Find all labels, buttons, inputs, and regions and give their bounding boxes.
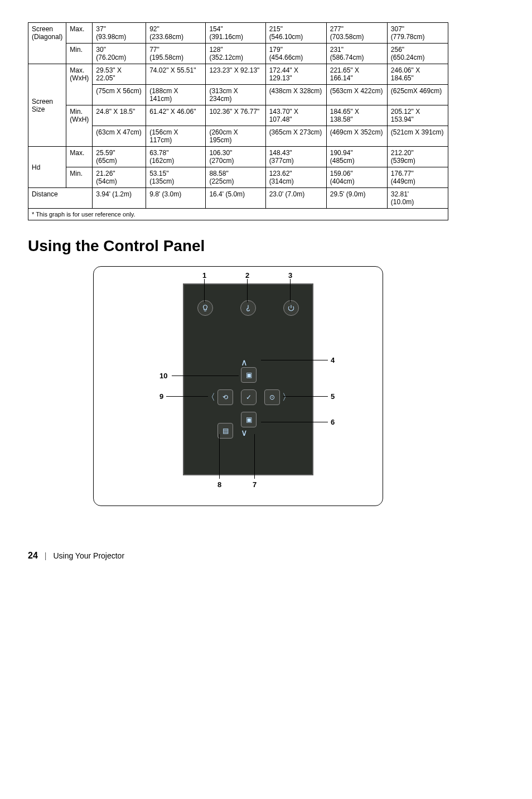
callout-3: 3 bbox=[288, 271, 292, 280]
table-row: Distance 3.94' (1.2m) 9.8' (3.0m) 16.4' … bbox=[28, 188, 448, 209]
table-footnote-row: * This graph is for user reference only. bbox=[28, 209, 448, 220]
cell: (188cm X 141cm) bbox=[146, 85, 206, 105]
callout-7: 7 bbox=[253, 480, 257, 489]
cell: (260cm X 195cm) bbox=[206, 126, 265, 147]
cell: Max. (WxH) bbox=[66, 64, 93, 105]
menu-icon: ▤ bbox=[217, 423, 233, 439]
callout-1: 1 bbox=[202, 271, 206, 280]
table-row: Screen Size Max. (WxH) 29.53" X 22.05" 7… bbox=[28, 64, 448, 85]
cell: 77" (195.58cm) bbox=[146, 44, 206, 64]
cell: 74.02" X 55.51" bbox=[146, 64, 206, 85]
section-heading: Using the Control Panel bbox=[28, 237, 448, 255]
cell: 128" (352.12cm) bbox=[206, 44, 265, 64]
cell: 231" (586.74cm) bbox=[326, 44, 387, 64]
spec-table: Screen (Diagonal) Max. 37" (93.98cm) 92"… bbox=[28, 22, 448, 220]
cell: (63cm X 47cm) bbox=[93, 126, 146, 147]
cell: 106.30" (270cm) bbox=[206, 147, 265, 167]
table-row: Min. 21.26" (54cm) 53.15" (135cm) 88.58"… bbox=[28, 167, 448, 188]
cell: 159.06" (404cm) bbox=[326, 167, 387, 188]
lamp-icon bbox=[197, 300, 213, 316]
table-row: Min. 30" (76.20cm) 77" (195.58cm) 128" (… bbox=[28, 44, 448, 64]
cell: 29.53" X 22.05" bbox=[93, 64, 146, 85]
cell: 143.70" X 107.48" bbox=[265, 105, 326, 126]
cell: 179" (454.66cm) bbox=[265, 44, 326, 64]
cell: 176.77" (449cm) bbox=[387, 167, 448, 188]
cell: 21.26" (54cm) bbox=[93, 167, 146, 188]
cell: 123.23" X 92.13" bbox=[206, 64, 265, 85]
callout-5: 5 bbox=[331, 392, 335, 401]
table-row: Screen (Diagonal) Max. 37" (93.98cm) 92"… bbox=[28, 23, 448, 44]
cell: 61.42" X 46.06" bbox=[146, 105, 206, 126]
callout-2: 2 bbox=[245, 271, 249, 280]
callout-10: 10 bbox=[159, 372, 167, 380]
callout-9: 9 bbox=[159, 392, 163, 401]
auto-adjust-icon: ⊙ bbox=[264, 389, 280, 405]
cell: (469cm X 352cm) bbox=[326, 126, 387, 147]
row-header-distance: Distance bbox=[28, 188, 93, 209]
cell: (156cm X 117cm) bbox=[146, 126, 206, 147]
cell: 25.59" (65cm) bbox=[93, 147, 146, 167]
cell: 37" (93.98cm) bbox=[93, 23, 146, 44]
cell: Max. bbox=[66, 147, 93, 167]
cell: (75cm X 56cm) bbox=[93, 85, 146, 105]
right-arrow-icon: 〉 bbox=[282, 392, 291, 403]
cell: (313cm X 234cm) bbox=[206, 85, 265, 105]
cell: 154" (391.16cm) bbox=[206, 23, 265, 44]
cell: 16.4' (5.0m) bbox=[206, 188, 265, 209]
cell: 277" (703.58cm) bbox=[326, 23, 387, 44]
table-row: Hd Max. 25.59" (65cm) 63.78" (162cm) 106… bbox=[28, 147, 448, 167]
cell: 246.06" X 184.65" bbox=[387, 64, 448, 85]
source-icon: ⟲ bbox=[217, 389, 233, 405]
table-row: Min. (WxH) 24.8" X 18.5" 61.42" X 46.06"… bbox=[28, 105, 448, 126]
footer-separator: | bbox=[45, 551, 47, 560]
cell: 215" (546.10cm) bbox=[265, 23, 326, 44]
cell: 256" (650.24cm) bbox=[387, 44, 448, 64]
cell: (365cm X 273cm) bbox=[265, 126, 326, 147]
cell: 184.65" X 138.58" bbox=[326, 105, 387, 126]
page-number: 24 bbox=[28, 551, 38, 561]
cell: 88.58" (225cm) bbox=[206, 167, 265, 188]
cell: Min. bbox=[66, 44, 93, 64]
cell: Min. bbox=[66, 167, 93, 188]
callout-4: 4 bbox=[331, 356, 335, 364]
cell: (563cm X 422cm) bbox=[326, 85, 387, 105]
cell: 172.44" X 129.13" bbox=[265, 64, 326, 85]
cell: 53.15" (135cm) bbox=[146, 167, 206, 188]
cell: 212.20" (539cm) bbox=[387, 147, 448, 167]
cell: 3.94' (1.2m) bbox=[93, 188, 146, 209]
up-arrow-icon: ∧ bbox=[241, 357, 248, 368]
table-footnote: * This graph is for user reference only. bbox=[28, 209, 448, 220]
cell: (521cm X 391cm) bbox=[387, 126, 448, 147]
cell: 205.12" X 153.94" bbox=[387, 105, 448, 126]
cell: 9.8' (3.0m) bbox=[146, 188, 206, 209]
row-header-hd: Hd bbox=[28, 147, 66, 188]
cell: 29.5' (9.0m) bbox=[326, 188, 387, 209]
cell: Min. (WxH) bbox=[66, 105, 93, 147]
row-header-screen-diag: Screen (Diagonal) bbox=[28, 23, 66, 64]
cell: 23.0' (7.0m) bbox=[265, 188, 326, 209]
page-footer: 24 | Using Your Projector bbox=[28, 551, 448, 561]
keystone-up-icon: ▣ bbox=[241, 367, 257, 383]
left-arrow-icon: 〈 bbox=[206, 392, 215, 403]
enter-icon: ✓ bbox=[241, 389, 257, 405]
cell: 102.36" X 76.77" bbox=[206, 105, 265, 126]
cell: 92" (233.68cm) bbox=[146, 23, 206, 44]
power-icon bbox=[283, 300, 299, 316]
down-arrow-icon: ∨ bbox=[241, 427, 248, 438]
temp-icon bbox=[240, 300, 256, 316]
cell: 123.62" (314cm) bbox=[265, 167, 326, 188]
cell: 32.81' (10.0m) bbox=[387, 188, 448, 209]
callout-6: 6 bbox=[331, 418, 335, 426]
control-panel-figure: ∧ ▣ 〈 ⟲ ✓ ⊙ 〉 ▣ ∨ ▤ 1 2 3 4 5 6 7 8 9 bbox=[93, 266, 383, 506]
row-header-screen-size: Screen Size bbox=[28, 64, 66, 147]
cell: 190.94" (485cm) bbox=[326, 147, 387, 167]
cell: (625cmX 469cm) bbox=[387, 85, 448, 105]
cell: 307" (779.78cm) bbox=[387, 23, 448, 44]
cell: 30" (76.20cm) bbox=[93, 44, 146, 64]
cell: 24.8" X 18.5" bbox=[93, 105, 146, 126]
cell: 63.78" (162cm) bbox=[146, 147, 206, 167]
callout-8: 8 bbox=[217, 480, 221, 489]
cell: (438cm X 328cm) bbox=[265, 85, 326, 105]
cell: Max. bbox=[66, 23, 93, 44]
keystone-down-icon: ▣ bbox=[241, 412, 257, 427]
